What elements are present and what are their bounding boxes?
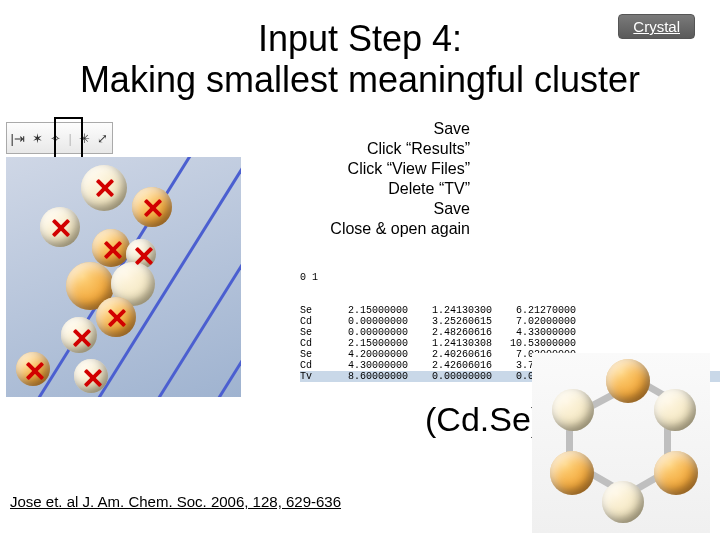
delete-atom-icon[interactable]: ✶ — [30, 131, 45, 146]
crystal-view — [6, 157, 241, 397]
coord-row: Se 2.15000000 1.24130300 6.21270000 — [300, 305, 720, 316]
atom-cd — [81, 165, 127, 211]
atom-se — [16, 352, 50, 386]
atom-cd — [61, 317, 97, 353]
result-cluster-figure — [532, 353, 710, 533]
toolbar-icon[interactable]: ✧ — [48, 131, 63, 146]
citation: Jose et. al J. Am. Chem. Soc. 2006, 128,… — [10, 493, 341, 510]
instruction-line: Click “Results” — [330, 139, 470, 159]
toolbar-icon[interactable]: ⤢ — [95, 131, 110, 146]
instruction-line: Save — [330, 119, 470, 139]
atom-cd — [40, 207, 80, 247]
atom-se — [606, 359, 650, 403]
atom-cd — [552, 389, 594, 431]
instruction-line: Save — [330, 199, 470, 219]
formula-base: (Cd.Se) — [425, 400, 542, 438]
slide-title: Input Step 4: Making smallest meaningful… — [0, 18, 720, 101]
atom-cd — [602, 481, 644, 523]
atom-se — [654, 451, 698, 495]
atom-se — [132, 187, 172, 227]
atom-cd — [654, 389, 696, 431]
instruction-steps: Save Click “Results” Click “View Files” … — [330, 119, 470, 239]
instruction-line: Delete “TV” — [330, 179, 470, 199]
instruction-line: Close & open again — [330, 219, 470, 239]
atom-se — [550, 451, 594, 495]
atom-cd — [74, 359, 108, 393]
coord-header: 0 1 — [300, 272, 720, 283]
title-line1: Input Step 4: — [258, 18, 462, 59]
coord-row: Cd 2.15000000 1.24130308 10.53000000 — [300, 338, 720, 349]
title-line2: Making smallest meaningful cluster — [80, 59, 640, 100]
coord-row: Se 0.00000000 2.48260616 4.33000000 — [300, 327, 720, 338]
coord-row: Cd 0.00000000 3.25260615 7.02000000 — [300, 316, 720, 327]
molecular-editor-figure: |⇥ ✶ ✧ | ✳ ⤢ — [6, 122, 241, 394]
editor-toolbar: |⇥ ✶ ✧ | ✳ ⤢ — [6, 122, 113, 154]
atom-se — [96, 297, 136, 337]
instruction-line: Click “View Files” — [330, 159, 470, 179]
toolbar-icon[interactable]: |⇥ — [9, 131, 27, 146]
atom-se — [92, 229, 130, 267]
toolbar-icon[interactable]: ✳ — [77, 131, 92, 146]
